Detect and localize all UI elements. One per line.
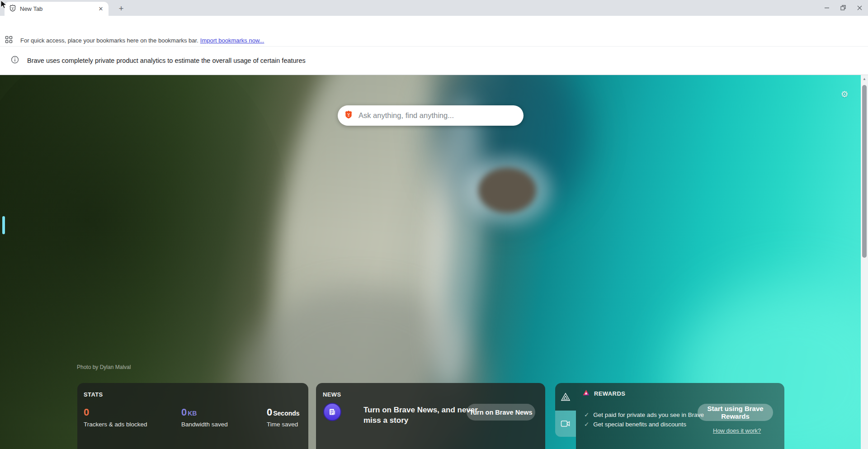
check-icon: ✓ — [584, 411, 589, 418]
stat-label: Trackers & ads blocked — [84, 421, 147, 428]
page-scrollbar[interactable]: ▲ — [861, 75, 868, 449]
tab-close-icon[interactable]: ✕ — [97, 5, 105, 13]
background-island — [478, 168, 536, 213]
close-window-icon[interactable] — [854, 3, 864, 13]
rewards-header: REWARDS — [582, 389, 625, 398]
news-message: Turn on Brave News, and never miss a sto… — [363, 405, 481, 425]
rewards-benefit: ✓Get paid for private ads you see in Bra… — [584, 411, 704, 418]
stat-label: Bandwidth saved — [181, 421, 228, 428]
stat-value: 0 — [267, 406, 272, 418]
stat-value: 0 — [84, 406, 89, 418]
stat-time-saved: 0Seconds Time saved — [267, 406, 300, 428]
window-controls — [822, 3, 864, 13]
scroll-up-icon[interactable]: ▲ — [861, 77, 868, 81]
bookmarks-bar: For quick access, place your bookmarks h… — [0, 34, 868, 47]
rewards-benefit-text: Get paid for private ads you see in Brav… — [593, 411, 704, 418]
customize-settings-icon[interactable]: ⚙ — [839, 89, 850, 99]
stat-trackers-blocked: 0 Trackers & ads blocked — [84, 406, 147, 428]
stat-label: Time saved — [267, 421, 300, 428]
brave-news-icon — [323, 403, 341, 421]
sidebar-edge-handle[interactable] — [2, 216, 5, 234]
info-icon — [11, 56, 19, 66]
stat-unit: Seconds — [273, 410, 299, 417]
turn-on-news-button[interactable]: Turn on Brave News — [467, 404, 535, 421]
tab-title: New Tab — [20, 5, 97, 12]
scrollbar-thumb[interactable] — [862, 85, 867, 258]
how-does-it-work-link[interactable]: How does it work? — [713, 427, 761, 434]
rewards-widget-tab[interactable] — [555, 383, 576, 411]
photo-credit[interactable]: Photo by Dylan Malval — [77, 364, 131, 370]
tab-strip: New Tab ✕ + — [0, 0, 868, 16]
tab-new-tab[interactable]: New Tab ✕ — [5, 2, 108, 16]
minimize-icon[interactable] — [822, 3, 832, 13]
stat-value: 0 — [181, 406, 187, 418]
stats-card: STATS 0 Trackers & ads blocked 0KB Bandw… — [77, 383, 308, 449]
stat-unit: KB — [188, 410, 197, 417]
apps-grid-icon[interactable] — [5, 36, 13, 45]
browser-window: New Tab ✕ + — [0, 0, 868, 449]
brave-talk-widget-tab[interactable] — [555, 411, 576, 437]
analytics-banner: Brave uses completely private product an… — [0, 47, 868, 75]
check-icon: ✓ — [584, 421, 589, 428]
rewards-title: REWARDS — [594, 390, 625, 397]
rewards-benefit: ✓Get special benefits and discounts — [584, 421, 686, 428]
import-bookmarks-link[interactable]: Import bookmarks now... — [200, 37, 264, 44]
stats-title: STATS — [84, 391, 103, 398]
start-rewards-button[interactable]: Start using Brave Rewards — [698, 404, 773, 421]
brave-lion-icon — [9, 5, 16, 14]
banner-message: Brave uses completely private product an… — [27, 57, 306, 64]
new-tab-button[interactable]: + — [116, 4, 127, 14]
ask-search-box[interactable] — [338, 105, 524, 126]
mouse-cursor — [0, 0, 8, 11]
rewards-card: REWARDS ✓Get paid for private ads you se… — [576, 383, 784, 449]
brave-search-icon — [344, 110, 353, 122]
ask-search-input[interactable] — [359, 111, 517, 120]
main-toolbar — [0, 16, 868, 34]
news-card: NEWS Turn on Brave News, and never miss … — [316, 383, 545, 449]
stat-bandwidth-saved: 0KB Bandwidth saved — [181, 406, 228, 428]
news-title: NEWS — [323, 391, 341, 398]
bookmarks-hint-text: For quick access, place your bookmarks h… — [20, 37, 198, 44]
bat-triangle-icon — [582, 389, 590, 398]
rewards-benefit-text: Get special benefits and discounts — [593, 421, 686, 428]
restore-icon[interactable] — [838, 3, 848, 13]
